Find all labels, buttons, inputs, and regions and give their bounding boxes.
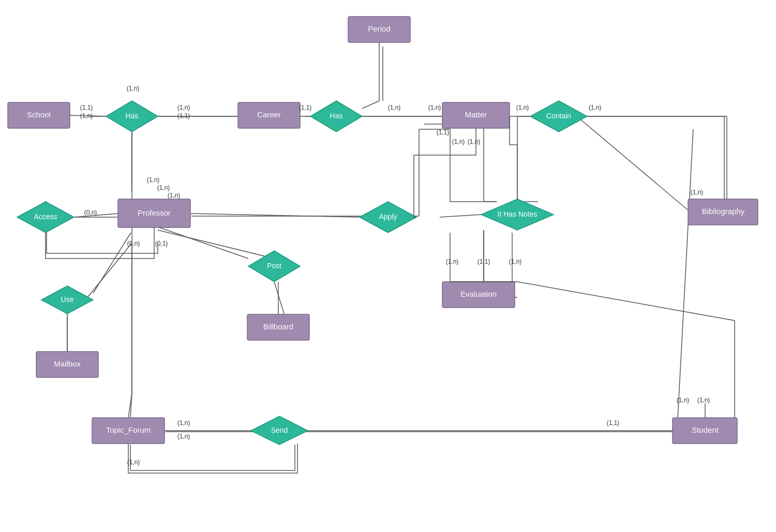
svg-text:(0,n): (0,n) (84, 209, 97, 216)
svg-line-33 (577, 116, 693, 215)
entity-professor: Professor (118, 199, 190, 227)
svg-text:(1,n): (1,n) (147, 176, 160, 184)
svg-line-83 (362, 101, 379, 109)
svg-text:(1,n): (1,n) (509, 258, 522, 265)
svg-text:(1,n): (1,n) (691, 189, 704, 196)
svg-line-86 (190, 214, 360, 217)
svg-text:(1,n): (1,n) (388, 104, 401, 111)
entity-evaluation: Evaluation (442, 282, 515, 308)
svg-text:Use: Use (61, 295, 74, 303)
svg-text:(1,n): (1,n) (428, 104, 441, 111)
svg-line-94 (93, 233, 131, 293)
entity-mailbox: Mailbox (36, 352, 98, 377)
svg-text:Apply: Apply (379, 212, 397, 221)
svg-line-91 (159, 227, 248, 259)
entity-matter: Matter (442, 102, 510, 128)
svg-line-32 (678, 129, 693, 419)
svg-text:(1,n): (1,n) (168, 192, 181, 199)
relationship-contain: Contain (530, 101, 587, 132)
entity-student: Student (673, 418, 737, 444)
svg-text:Billboard: Billboard (263, 322, 293, 331)
svg-text:Access: Access (34, 212, 57, 221)
svg-text:Matter: Matter (465, 110, 487, 119)
svg-text:Student: Student (692, 425, 719, 434)
svg-text:Has: Has (330, 112, 343, 120)
svg-text:(1,1): (1,1) (477, 258, 490, 265)
entity-bibliography: Bibliography (688, 199, 758, 225)
svg-text:Career: Career (257, 110, 281, 119)
svg-text:Topic_Forum: Topic_Forum (106, 425, 151, 434)
relationship-apply: Apply (360, 202, 416, 233)
svg-text:(1,1): (1,1) (437, 129, 450, 136)
svg-text:Has: Has (126, 112, 139, 120)
entity-career: Career (238, 102, 300, 128)
entity-school: School (8, 102, 70, 128)
relationship-access: Access (17, 202, 74, 233)
svg-text:(1,n): (1,n) (177, 104, 190, 111)
svg-text:(1,n): (1,n) (697, 397, 710, 404)
svg-text:School: School (27, 110, 51, 119)
relationship-post: Post (248, 251, 300, 282)
svg-text:(1,1): (1,1) (299, 104, 312, 111)
relationship-has2: Has (310, 101, 362, 132)
diagram-container: School Career Matter Period Professor Bi… (0, 0, 776, 532)
svg-line-20 (158, 230, 274, 259)
svg-text:Period: Period (368, 24, 390, 33)
svg-text:(1,1): (1,1) (177, 112, 190, 119)
svg-text:Mailbox: Mailbox (54, 359, 81, 368)
svg-text:(1,n): (1,n) (177, 433, 190, 440)
svg-text:(1,n): (1,n) (80, 112, 93, 119)
relationship-send: Send (251, 416, 308, 445)
svg-text:Post: Post (267, 262, 281, 270)
er-diagram: School Career Matter Period Professor Bi… (0, 0, 776, 532)
svg-line-88 (440, 215, 481, 217)
svg-text:(1,n): (1,n) (446, 258, 459, 265)
svg-text:(0,n): (0,n) (127, 240, 140, 247)
svg-text:(1,n): (1,n) (157, 184, 170, 191)
svg-text:Professor: Professor (138, 208, 171, 217)
entity-period: Period (348, 17, 410, 42)
svg-line-23 (85, 243, 132, 300)
svg-text:Contain: Contain (546, 112, 571, 120)
entity-topic-forum: Topic_Forum (92, 418, 165, 444)
relationship-use: Use (41, 286, 93, 314)
svg-line-21 (274, 282, 285, 315)
svg-text:(1,n): (1,n) (468, 138, 481, 145)
svg-text:(1,n): (1,n) (177, 419, 190, 427)
svg-text:(1,n): (1,n) (589, 104, 602, 111)
svg-text:(1,n): (1,n) (127, 459, 140, 466)
svg-text:Evaluation: Evaluation (460, 290, 497, 298)
svg-text:(1,1): (1,1) (80, 104, 93, 111)
svg-text:(0,1): (0,1) (155, 240, 168, 247)
relationship-has1: Has (106, 101, 158, 132)
svg-text:Send: Send (271, 426, 288, 434)
entity-billboard: Billboard (247, 314, 309, 340)
svg-text:(1,n): (1,n) (127, 85, 140, 92)
svg-text:Bibliography: Bibliography (702, 207, 745, 216)
svg-text:(1,n): (1,n) (516, 104, 529, 111)
svg-text:(1,n): (1,n) (452, 138, 465, 145)
svg-text:(1,1): (1,1) (607, 419, 620, 427)
relationship-it-has-notes: It Has Notes (481, 199, 554, 230)
svg-text:(1,n): (1,n) (677, 397, 690, 404)
svg-text:It Has Notes: It Has Notes (497, 210, 537, 218)
